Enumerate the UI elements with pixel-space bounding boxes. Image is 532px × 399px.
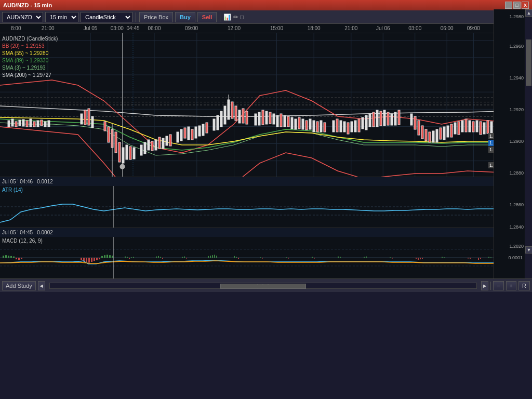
svg-rect-93 — [291, 117, 293, 129]
svg-rect-180 — [112, 256, 113, 258]
svg-rect-52 — [129, 147, 131, 159]
scroll-left-button[interactable]: ◄ — [38, 281, 45, 290]
x-label-0445: 04:45 — [126, 25, 139, 31]
svg-rect-134 — [454, 123, 456, 134]
legend-sma200: SMA (200) ~ 1.29727 — [2, 72, 58, 79]
scroll-track[interactable] — [525, 17, 532, 246]
x-label-jul05: Jul 05 — [84, 25, 98, 31]
sell-button[interactable]: Sell — [197, 12, 217, 22]
buy-button[interactable]: Buy — [175, 12, 195, 22]
legend-title: AUD/NZD (CandleStick) — [2, 35, 58, 43]
svg-rect-190 — [182, 257, 183, 258]
svg-rect-140 — [476, 121, 478, 132]
svg-rect-103 — [332, 121, 335, 132]
svg-rect-30 — [15, 122, 17, 127]
symbol-select[interactable]: AUD/NZD — [2, 12, 43, 22]
window-controls: _ □ X — [505, 2, 529, 9]
y-1294: 1.2940 — [509, 75, 524, 81]
svg-rect-168 — [81, 258, 82, 260]
svg-rect-55 — [144, 142, 146, 154]
y-1282: 1.2820 — [509, 244, 524, 249]
svg-rect-132 — [447, 126, 449, 137]
svg-rect-127 — [429, 132, 431, 142]
svg-rect-195 — [212, 255, 213, 258]
x-axis: 8:00 21:00 Jul 05 03:00 04:45 06:00 09:0… — [0, 24, 532, 33]
close-button[interactable]: X — [522, 2, 529, 9]
svg-rect-39 — [48, 121, 50, 127]
zoom-out-button[interactable]: − — [493, 281, 503, 290]
x-label-2100b: 21:00 — [344, 25, 357, 31]
svg-rect-188 — [160, 257, 161, 258]
zoom-reset-button[interactable]: R — [518, 281, 530, 290]
y-1290: 1.2900 — [509, 139, 524, 144]
svg-rect-83 — [255, 114, 257, 125]
svg-rect-187 — [158, 256, 159, 258]
scroll-thumb[interactable] — [526, 39, 531, 85]
svg-rect-185 — [133, 257, 134, 258]
svg-rect-178 — [107, 255, 108, 258]
svg-rect-73 — [217, 115, 219, 130]
svg-rect-211 — [390, 257, 391, 258]
legend-bb: BB (20) ~ 1.29153 — [2, 43, 58, 50]
svg-rect-177 — [104, 255, 105, 258]
legend-sma55: SMA (55) ~ 1.29280 — [2, 50, 58, 57]
main-chart[interactable]: 1.29202 1.29267 1.29232 1.29020 AUD/NZD … — [0, 33, 532, 177]
svg-rect-32 — [22, 119, 24, 126]
x-label-0600: 06:00 — [148, 25, 161, 31]
svg-rect-124 — [418, 121, 420, 135]
timeframe-select[interactable]: 15 min — [45, 12, 78, 22]
svg-rect-203 — [286, 257, 287, 258]
svg-rect-174 — [96, 258, 98, 260]
svg-rect-68 — [195, 127, 197, 138]
svg-rect-81 — [242, 109, 244, 123]
scroll-right-button[interactable]: ► — [481, 281, 488, 290]
svg-rect-44 — [104, 122, 106, 131]
svg-rect-196 — [214, 255, 215, 258]
chart-type-select[interactable]: CandleStick — [81, 12, 132, 22]
scroll-up-button[interactable]: ▲ — [525, 9, 532, 17]
svg-rect-114 — [373, 112, 375, 127]
maximize-button[interactable]: □ — [513, 2, 521, 9]
svg-rect-116 — [380, 111, 382, 126]
svg-rect-135 — [458, 122, 460, 135]
svg-rect-75 — [224, 106, 226, 124]
svg-rect-42 — [88, 109, 90, 125]
x-label-0900: 09:00 — [185, 25, 198, 31]
svg-rect-207 — [338, 257, 339, 258]
macd-chart: MACD (12, 26, 9) — [0, 237, 494, 278]
svg-rect-122 — [410, 114, 413, 125]
svg-rect-202 — [262, 258, 263, 259]
scroll-down-button[interactable]: ▼ — [525, 246, 532, 254]
svg-rect-95 — [298, 117, 300, 129]
svg-rect-192 — [186, 258, 187, 259]
svg-rect-186 — [156, 257, 157, 258]
svg-rect-160 — [3, 256, 4, 258]
svg-rect-101 — [320, 121, 322, 132]
svg-rect-139 — [472, 122, 474, 132]
zoom-in-button[interactable]: + — [506, 281, 516, 290]
add-study-button[interactable]: Add Study — [2, 281, 36, 290]
svg-rect-108 — [351, 122, 353, 132]
y-1298: 1.2980 — [509, 14, 524, 19]
svg-rect-49 — [118, 142, 121, 162]
svg-rect-64 — [180, 129, 182, 141]
svg-rect-218 — [444, 257, 445, 258]
svg-rect-70 — [202, 124, 204, 136]
toolbar-separator2 — [220, 12, 220, 22]
svg-rect-117 — [383, 110, 385, 126]
price-box-button[interactable]: Price Box — [139, 12, 173, 22]
svg-rect-111 — [362, 117, 364, 129]
window-title: AUD/NZD - 15 min — [3, 2, 52, 8]
svg-point-27 — [120, 164, 125, 169]
toolbar: AUD/NZD 15 min CandleStick Price Box Buy… — [0, 10, 532, 24]
svg-rect-197 — [216, 256, 217, 258]
svg-rect-138 — [469, 121, 471, 132]
svg-rect-41 — [84, 110, 86, 125]
x-label-800: 8:00 — [11, 25, 21, 31]
svg-rect-67 — [191, 129, 193, 140]
scrollbar-track[interactable]: ⋮⋮⋮ — [49, 283, 477, 289]
minimize-button[interactable]: _ — [505, 2, 512, 9]
atr-info-bar: Jul 05 ' 04:46 0.0012 — [0, 177, 532, 186]
svg-rect-54 — [140, 145, 142, 155]
svg-rect-119 — [391, 114, 393, 125]
